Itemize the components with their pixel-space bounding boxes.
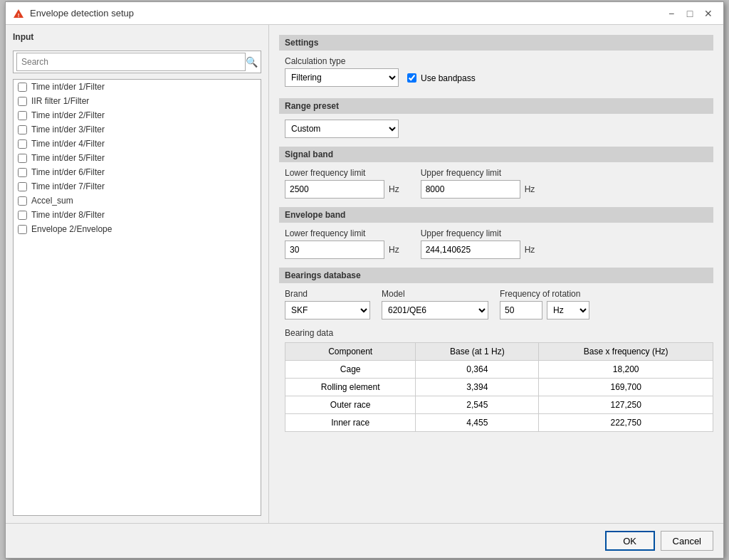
envelope-lower-input[interactable] bbox=[285, 241, 384, 259]
signal-upper-input[interactable] bbox=[421, 180, 520, 199]
signal-lower-hz: Hz bbox=[389, 184, 399, 194]
envelope-band-header: Envelope band bbox=[279, 207, 713, 223]
signal-upper-group: Upper frequency limit Hz bbox=[421, 168, 535, 199]
range-preset-row: Custom Low Medium High bbox=[279, 120, 713, 138]
list-item[interactable]: Time int/der 2/Filter bbox=[14, 108, 261, 122]
input-label: Input bbox=[13, 32, 261, 42]
maximize-button[interactable]: □ bbox=[682, 6, 698, 21]
range-preset-header: Range preset bbox=[279, 98, 713, 114]
range-preset-select[interactable]: Custom Low Medium High bbox=[285, 120, 399, 138]
envelope-upper-group: Upper frequency limit Hz bbox=[421, 228, 535, 259]
list-item[interactable]: Time int/der 4/Filter bbox=[14, 137, 261, 151]
list-item-checkbox[interactable] bbox=[18, 111, 27, 120]
list-item-checkbox[interactable] bbox=[18, 168, 27, 177]
signal-upper-inline: Hz bbox=[421, 180, 535, 199]
calculation-type-label: Calculation type bbox=[285, 56, 399, 66]
list-item[interactable]: Time int/der 1/Filter bbox=[14, 80, 261, 94]
envelope-lower-group: Lower frequency limit Hz bbox=[285, 228, 399, 259]
list-item-label: Time int/der 4/Filter bbox=[31, 139, 105, 149]
freq-rotation-inline: Hz rpm bbox=[500, 301, 589, 319]
envelope-lower-hz: Hz bbox=[389, 245, 399, 255]
list-item-label: Time int/der 6/Filter bbox=[31, 167, 105, 177]
envelope-upper-hz: Hz bbox=[525, 245, 535, 255]
table-cell: 4,455 bbox=[416, 414, 539, 432]
model-group: Model 6201/QE6 6202/QE6 6203/QE6 bbox=[382, 289, 488, 319]
table-cell: Rolling element bbox=[285, 379, 416, 396]
use-bandpass-checkbox[interactable] bbox=[407, 73, 416, 83]
table-cell: Inner race bbox=[285, 414, 416, 432]
settings-header: Settings bbox=[279, 35, 713, 51]
list-item[interactable]: Envelope 2/Envelope bbox=[14, 222, 261, 236]
envelope-upper-input[interactable] bbox=[421, 241, 520, 259]
list-item[interactable]: Time int/der 3/Filter bbox=[14, 122, 261, 137]
list-item[interactable]: Time int/der 8/Filter bbox=[14, 208, 261, 222]
list-item[interactable]: IIR filter 1/Filter bbox=[14, 94, 261, 108]
list-item-label: Time int/der 3/Filter bbox=[31, 125, 105, 134]
table-cell: 0,364 bbox=[416, 361, 539, 379]
list-item-label: IIR filter 1/Filter bbox=[31, 96, 89, 106]
table-header: Base (at 1 Hz) bbox=[416, 343, 539, 361]
list-item[interactable]: Time int/der 5/Filter bbox=[14, 151, 261, 165]
bearing-data-table: ComponentBase (at 1 Hz)Base x frequency … bbox=[285, 342, 713, 432]
list-item-checkbox[interactable] bbox=[18, 83, 27, 92]
list-item[interactable]: Time int/der 6/Filter bbox=[14, 165, 261, 179]
main-content: Input 🔍 Time int/der 1/FilterIIR filter … bbox=[6, 25, 723, 523]
search-icon: 🔍 bbox=[246, 56, 258, 68]
table-row: Outer race2,545127,250 bbox=[285, 396, 713, 414]
signal-upper-label: Upper frequency limit bbox=[421, 168, 535, 178]
input-list: Time int/der 1/FilterIIR filter 1/Filter… bbox=[13, 79, 261, 516]
list-item-label: Accel_sum bbox=[31, 196, 73, 206]
signal-lower-input[interactable] bbox=[285, 180, 384, 199]
table-cell: 18,200 bbox=[539, 361, 713, 379]
bearings-database-header: Bearings database bbox=[279, 268, 713, 283]
list-item-checkbox[interactable] bbox=[18, 182, 27, 191]
bottom-bar: OK Cancel bbox=[6, 523, 723, 558]
freq-rotation-input[interactable] bbox=[500, 301, 542, 319]
list-item-checkbox[interactable] bbox=[18, 125, 27, 134]
envelope-lower-inline: Hz bbox=[285, 241, 399, 259]
search-input[interactable] bbox=[16, 53, 246, 71]
list-item-checkbox[interactable] bbox=[18, 97, 27, 106]
list-item-checkbox[interactable] bbox=[18, 225, 27, 234]
list-item-label: Time int/der 2/Filter bbox=[31, 110, 105, 120]
search-box: 🔍 bbox=[13, 51, 261, 73]
use-bandpass-label: Use bandpass bbox=[421, 73, 476, 83]
list-item[interactable]: Time int/der 7/Filter bbox=[14, 179, 261, 194]
list-item[interactable]: Accel_sum bbox=[14, 194, 261, 208]
app-icon: ! bbox=[13, 8, 24, 19]
signal-lower-label: Lower frequency limit bbox=[285, 168, 399, 178]
list-item-label: Time int/der 8/Filter bbox=[31, 210, 105, 220]
calculation-type-select[interactable]: Filtering RMS Peak bbox=[285, 68, 399, 87]
calculation-type-section: Calculation type Filtering RMS Peak Use … bbox=[279, 56, 713, 93]
bearing-data-section: Bearing data ComponentBase (at 1 Hz)Base… bbox=[279, 328, 713, 432]
ok-button[interactable]: OK bbox=[605, 531, 655, 551]
minimize-button[interactable]: − bbox=[664, 6, 679, 21]
list-item-checkbox[interactable] bbox=[18, 196, 27, 206]
left-panel: Input 🔍 Time int/der 1/FilterIIR filter … bbox=[6, 25, 269, 523]
list-item-checkbox[interactable] bbox=[18, 139, 27, 149]
list-item-checkbox[interactable] bbox=[18, 154, 27, 163]
table-cell: 3,394 bbox=[416, 379, 539, 396]
envelope-upper-inline: Hz bbox=[421, 241, 535, 259]
list-item-checkbox[interactable] bbox=[18, 211, 27, 220]
brand-group: Brand SKF FAG NSK NTN bbox=[285, 289, 370, 319]
brand-select[interactable]: SKF FAG NSK NTN bbox=[285, 301, 370, 319]
model-select[interactable]: 6201/QE6 6202/QE6 6203/QE6 bbox=[382, 301, 488, 319]
table-header: Base x frequency (Hz) bbox=[539, 343, 713, 361]
close-button[interactable]: ✕ bbox=[701, 6, 716, 21]
bearings-db-row: Brand SKF FAG NSK NTN Model 6201/QE6 620… bbox=[279, 289, 713, 319]
table-cell: 169,700 bbox=[539, 379, 713, 396]
right-panel: Settings Calculation type Filtering RMS … bbox=[269, 25, 723, 523]
cancel-button[interactable]: Cancel bbox=[661, 531, 713, 551]
table-header: Component bbox=[285, 343, 416, 361]
table-cell: 222,750 bbox=[539, 414, 713, 432]
table-row: Rolling element3,394169,700 bbox=[285, 379, 713, 396]
table-cell: 2,545 bbox=[416, 396, 539, 414]
brand-label: Brand bbox=[285, 289, 370, 299]
signal-lower-inline: Hz bbox=[285, 180, 399, 199]
list-item-label: Time int/der 5/Filter bbox=[31, 153, 105, 163]
table-cell: Cage bbox=[285, 361, 416, 379]
bearing-data-label: Bearing data bbox=[285, 328, 713, 338]
envelope-upper-label: Upper frequency limit bbox=[421, 228, 535, 238]
freq-unit-select[interactable]: Hz rpm bbox=[547, 301, 589, 319]
